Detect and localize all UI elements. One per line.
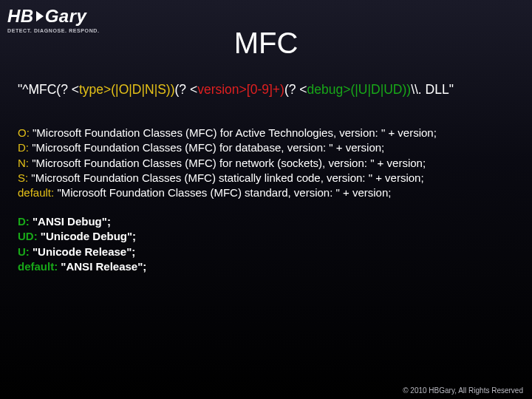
debug-key: U: xyxy=(18,245,30,258)
debug-key: D: xyxy=(18,215,30,228)
type-row: D: "Microsoft Foundation Classes (MFC) f… xyxy=(18,140,514,155)
type-row: default: "Microsoft Foundation Classes (… xyxy=(18,185,514,200)
type-row: O: "Microsoft Foundation Classes (MFC) f… xyxy=(18,126,514,140)
regex-version-keyword: version xyxy=(197,82,239,97)
type-val: "Microsoft Foundation Classes (MFC) for … xyxy=(32,157,426,169)
type-key: D: xyxy=(18,141,29,154)
debug-row: D: "ANSI Debug"; xyxy=(18,214,514,229)
debug-key: default: xyxy=(18,260,58,273)
regex-debug-alts: >(|U|D|UD)) xyxy=(343,82,411,97)
regex-debug-keyword: debug xyxy=(307,82,344,97)
debug-row: default: "ANSI Release"; xyxy=(18,259,514,274)
regex-type-alts: >(|O|D|N|S)) xyxy=(103,82,174,97)
regex-mid1: (? < xyxy=(175,82,198,97)
type-row: N: "Microsoft Foundation Classes (MFC) f… xyxy=(18,156,514,171)
debug-val: "ANSI Release"; xyxy=(61,260,146,273)
debug-row: U: "Unicode Release"; xyxy=(18,245,514,259)
regex-suffix: \\. DLL" xyxy=(411,82,454,97)
regex-prefix: "^MFC(? < xyxy=(18,82,79,97)
debug-key: UD: xyxy=(18,230,38,242)
type-val: "Microsoft Foundation Classes (MFC) stan… xyxy=(57,186,391,199)
type-key: S: xyxy=(18,171,28,184)
debug-val: "Unicode Debug"; xyxy=(41,230,136,242)
regex-version-alts: >[0-9]+) xyxy=(239,82,284,97)
type-val: "Microsoft Foundation Classes (MFC) stat… xyxy=(31,171,423,184)
debug-mapping-block: D: "ANSI Debug"; UD: "Unicode Debug"; U:… xyxy=(18,214,514,274)
regex-type-keyword: type xyxy=(79,82,103,97)
regex-mid2: (? < xyxy=(284,82,307,97)
copyright-footer: © 2010 HBGary, All Rights Reserved xyxy=(403,386,523,395)
brand-left: HB xyxy=(7,6,34,27)
type-row: S: "Microsoft Foundation Classes (MFC) s… xyxy=(18,171,514,185)
brand-wordmark: HB Gary xyxy=(7,6,100,27)
regex-line: "^MFC(? <type>(|O|D|N|S))(? <version>[0-… xyxy=(18,81,514,98)
type-key: O: xyxy=(18,126,30,139)
type-key: default: xyxy=(18,186,54,199)
slide-title: MFC xyxy=(0,27,532,60)
debug-row: UD: "Unicode Debug"; xyxy=(18,229,514,244)
type-key: N: xyxy=(18,157,29,169)
type-val: "Microsoft Foundation Classes (MFC) for … xyxy=(33,126,437,139)
debug-val: "ANSI Debug"; xyxy=(33,215,111,228)
type-mapping-block: O: "Microsoft Foundation Classes (MFC) f… xyxy=(18,126,514,200)
brand-right: Gary xyxy=(45,6,87,27)
play-arrow-icon xyxy=(36,11,44,21)
type-val: "Microsoft Foundation Classes (MFC) for … xyxy=(32,141,384,154)
debug-val: "Unicode Release"; xyxy=(33,245,135,258)
